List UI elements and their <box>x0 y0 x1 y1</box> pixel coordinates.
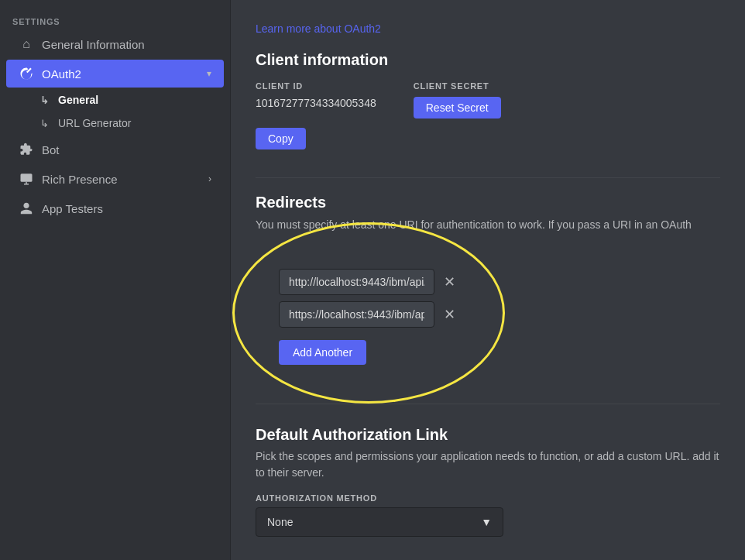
redirects-title: Redirects <box>256 194 720 211</box>
bot-label: Bot <box>42 143 211 156</box>
redirects-description: You must specify at least one URI for au… <box>256 218 720 233</box>
sidebar-item-oauth2[interactable]: OAuth2 ▾ <box>6 60 224 88</box>
divider-2 <box>256 404 720 404</box>
svg-rect-0 <box>21 173 33 182</box>
home-icon <box>19 36 34 52</box>
sub-item-general-label: General <box>58 94 98 106</box>
learn-more-link[interactable]: Learn more about OAuth2 <box>256 22 381 35</box>
sidebar-item-general-information[interactable]: General Information <box>6 30 224 58</box>
client-secret-group: CLIENT SECRET Reset Secret <box>414 81 501 119</box>
client-id-label: CLIENT ID <box>256 81 376 91</box>
redirect-row-1: ✕ <box>279 269 458 295</box>
copy-button[interactable]: Copy <box>256 128 306 149</box>
chevron-down-icon: ▾ <box>207 68 211 79</box>
oauth2-label: OAuth2 <box>42 67 199 81</box>
settings-section-label: SETTINGS <box>0 12 230 29</box>
sidebar-subitem-url-generator[interactable]: ↳ URL Generator <box>6 112 224 134</box>
client-id-value: 10167277734334005348 <box>256 97 376 109</box>
remove-redirect-1-button[interactable]: ✕ <box>441 272 458 292</box>
sidebar-item-label: General Information <box>42 38 211 51</box>
redirect-input-1[interactable] <box>279 269 434 295</box>
sidebar-item-rich-presence[interactable]: Rich Presence › <box>6 165 224 193</box>
puzzle-icon <box>19 142 34 157</box>
sub-arrow-icon: ↳ <box>40 94 49 106</box>
default-auth-title: Default Authorization Link <box>256 426 720 444</box>
sidebar-subitem-general[interactable]: ↳ General <box>6 89 224 111</box>
client-info-row: CLIENT ID 10167277734334005348 CLIENT SE… <box>256 81 720 119</box>
divider-1 <box>256 177 720 178</box>
rich-presence-icon <box>19 171 34 187</box>
sidebar-item-app-testers[interactable]: App Testers <box>6 194 224 222</box>
sub-item-url-generator-label: URL Generator <box>58 117 131 129</box>
chevron-right-icon: › <box>208 173 211 184</box>
auth-method-dropdown[interactable]: None ▼ <box>256 507 503 537</box>
wrench-icon <box>19 66 34 81</box>
redirect-row-2: ✕ <box>279 301 458 328</box>
redirect-fields-wrapper: ✕ ✕ Add Another <box>256 246 482 388</box>
sidebar-item-bot[interactable]: Bot <box>6 136 224 163</box>
client-secret-label: CLIENT SECRET <box>414 81 501 91</box>
chevron-down-icon: ▼ <box>481 516 492 528</box>
redirect-input-2[interactable] <box>279 301 434 328</box>
client-info-title: Client information <box>256 51 720 69</box>
sidebar: SETTINGS General Information OAuth2 ▾ ↳ … <box>0 0 231 560</box>
main-content: Learn more about OAuth2 Client informati… <box>231 0 745 560</box>
sub-arrow-icon-2: ↳ <box>40 118 49 129</box>
remove-redirect-2-button[interactable]: ✕ <box>441 304 458 325</box>
auth-method-value: None <box>267 516 293 528</box>
default-auth-desc: Pick the scopes and permissions your app… <box>256 448 720 481</box>
person-icon <box>19 201 34 216</box>
reset-secret-button[interactable]: Reset Secret <box>414 97 501 119</box>
auth-method-label: AUTHORIZATION METHOD <box>256 493 720 503</box>
add-another-button[interactable]: Add Another <box>279 340 366 365</box>
client-id-group: CLIENT ID 10167277734334005348 <box>256 81 376 109</box>
app-testers-label: App Testers <box>42 202 211 215</box>
rich-presence-label: Rich Presence <box>42 173 201 186</box>
